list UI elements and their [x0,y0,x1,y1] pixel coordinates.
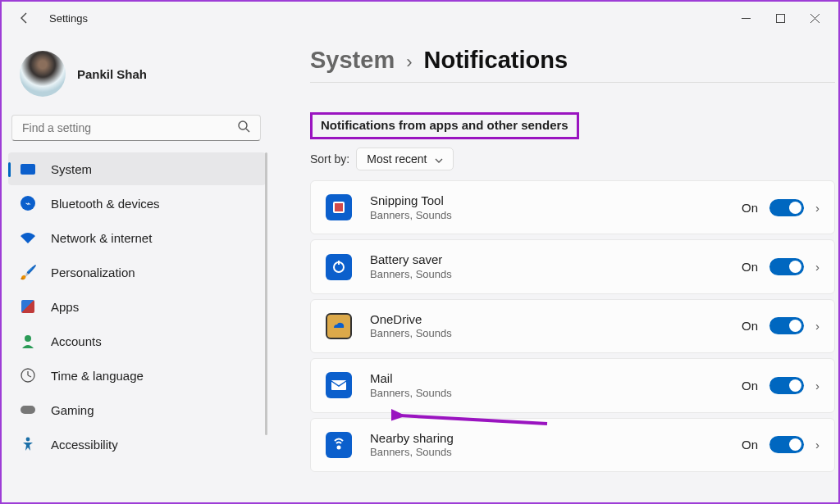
sidebar-item-label: System [51,162,92,176]
svg-point-13 [337,445,341,449]
divider [310,82,835,83]
app-subtext: Banners, Sounds [370,387,742,401]
wifi-icon [20,229,36,246]
svg-line-3 [246,129,249,132]
app-name: Battery saver [370,252,742,268]
svg-rect-12 [331,380,346,390]
toggle-switch[interactable] [769,436,804,453]
toggle-switch[interactable] [769,377,804,394]
chevron-down-icon [435,152,443,166]
apps-icon [20,298,36,315]
brush-icon: 🖌️ [20,264,36,280]
app-row-onedrive[interactable]: OneDrive Banners, Sounds On › [310,299,835,353]
minimize-button[interactable] [728,6,763,30]
avatar [20,51,66,97]
sort-value: Most recent [367,152,427,166]
user-name: Pankil Shah [77,67,147,81]
sort-label: Sort by: [310,152,349,166]
sidebar-item-bluetooth[interactable]: ⌁ Bluetooth & devices [8,187,266,220]
app-name: OneDrive [370,311,742,328]
chevron-right-icon[interactable]: › [815,260,819,274]
sidebar-item-label: Bluetooth & devices [51,197,160,211]
app-row-nearby-sharing[interactable]: Nearby sharing Banners, Sounds On › [310,418,835,472]
title-bar: Settings [2,2,838,34]
sidebar-item-system[interactable]: System [8,152,266,185]
toggle-state: On [742,260,758,274]
user-profile[interactable]: Pankil Shah [8,34,266,115]
maximize-button[interactable] [763,6,797,30]
accessibility-icon [20,436,36,452]
person-icon [20,333,36,349]
sidebar-item-label: Gaming [51,403,94,417]
sidebar-item-time-language[interactable]: Time & language [8,359,266,392]
toggle-state: On [742,379,758,393]
sidebar-item-network[interactable]: Network & internet [8,221,266,254]
svg-point-4 [25,335,31,342]
sidebar-item-personalization[interactable]: 🖌️ Personalization [8,256,266,288]
nearby-sharing-icon [326,432,352,458]
app-subtext: Banners, Sounds [370,327,742,341]
app-subtext: Banners, Sounds [370,268,742,282]
toggle-switch[interactable] [769,258,804,275]
onedrive-icon [326,313,352,339]
section-heading: Notifications from apps and other sender… [310,112,579,139]
app-list: Snipping Tool Banners, Sounds On › Batte… [310,180,822,472]
svg-point-2 [239,121,247,129]
sidebar-item-accessibility[interactable]: Accessibility [8,428,266,461]
breadcrumb-parent[interactable]: System [310,47,395,74]
main-content: System › Notifications Notifications fro… [269,34,838,502]
svg-rect-1 [776,14,784,22]
app-subtext: Banners, Sounds [370,209,742,223]
chevron-right-icon[interactable]: › [815,319,819,333]
back-button[interactable] [8,3,41,33]
toggle-state: On [742,319,758,333]
app-row-snipping-tool[interactable]: Snipping Tool Banners, Sounds On › [310,180,835,234]
sidebar-item-label: Accessibility [51,438,118,452]
sidebar-item-label: Network & internet [51,231,152,245]
sidebar-item-label: Personalization [51,266,135,279]
sidebar-item-label: Accounts [51,334,102,348]
toggle-state: On [742,201,758,215]
toggle-switch[interactable] [769,317,804,334]
app-name: Nearby sharing [370,430,742,447]
svg-point-7 [26,438,30,442]
chevron-right-icon: › [406,52,412,73]
search-input[interactable] [22,121,237,134]
sidebar-item-gaming[interactable]: Gaming [8,393,266,426]
app-subtext: Banners, Sounds [370,446,742,460]
system-icon [20,161,36,177]
page-title: Notifications [424,47,568,74]
search-icon [237,120,250,136]
search-box[interactable] [11,115,261,141]
sort-dropdown[interactable]: Most recent [356,148,454,170]
sidebar-item-apps[interactable]: Apps [8,290,266,323]
bluetooth-icon: ⌁ [20,195,36,211]
chevron-right-icon[interactable]: › [815,201,819,215]
battery-saver-icon [326,254,352,280]
window-title: Settings [49,12,88,25]
window-controls [728,6,832,30]
sidebar-item-label: Apps [51,300,79,314]
app-row-battery-saver[interactable]: Battery saver Banners, Sounds On › [310,239,835,293]
mail-icon [326,372,352,398]
gamepad-icon [20,402,36,418]
toggle-state: On [742,438,758,452]
sidebar-item-accounts[interactable]: Accounts [8,325,266,357]
chevron-right-icon[interactable]: › [815,379,819,393]
navigation: System ⌁ Bluetooth & devices Network & i… [8,152,266,461]
svg-rect-6 [21,406,35,414]
sidebar-item-label: Time & language [51,369,144,383]
svg-rect-9 [335,203,343,211]
chevron-right-icon[interactable]: › [815,438,819,452]
app-name: Snipping Tool [370,193,742,209]
toggle-switch[interactable] [769,199,804,216]
app-name: Mail [370,370,742,387]
close-button[interactable] [797,6,832,30]
app-row-mail[interactable]: Mail Banners, Sounds On › [310,358,835,412]
sidebar: Pankil Shah System ⌁ Bluetooth & devices… [2,34,269,502]
breadcrumb: System › Notifications [310,47,822,74]
snipping-tool-icon [326,194,352,220]
globe-clock-icon [20,367,36,384]
sidebar-scrollbar[interactable] [265,152,267,435]
sort-row: Sort by: Most recent [310,148,822,170]
